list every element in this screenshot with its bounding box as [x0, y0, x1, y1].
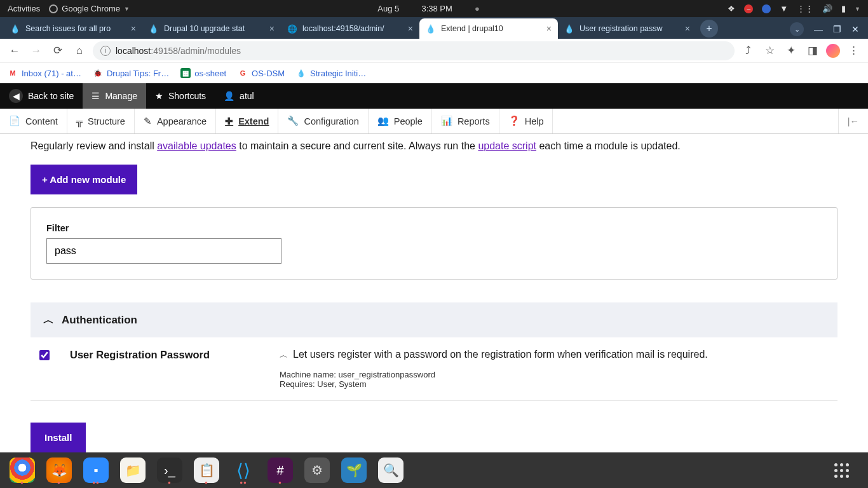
- admin-menu-structure[interactable]: ╦Structure: [67, 109, 135, 133]
- module-meta: Machine name: user_registrationpassword …: [280, 370, 829, 389]
- shortcuts-button[interactable]: ★ Shortcuts: [146, 83, 215, 109]
- dock-chrome[interactable]: ●: [5, 455, 39, 485]
- admin-menu-extend[interactable]: ✚Extend: [216, 109, 278, 133]
- drupal-icon: 💧: [426, 24, 436, 34]
- bookmark-item[interactable]: ▦os-sheet: [180, 68, 226, 78]
- system-tray[interactable]: ❖ – ▼ ⋮⋮ 🔊 ▮ ▼: [728, 4, 860, 13]
- bookmark-item[interactable]: 🐞Drupal Tips: Fr…: [93, 68, 169, 78]
- forward-button[interactable]: →: [28, 43, 44, 59]
- module-description[interactable]: ︿Let users register with a password on t…: [280, 349, 829, 361]
- filter-label: Filter: [46, 223, 822, 233]
- active-app-menu[interactable]: Google Chrome ▼: [49, 4, 130, 13]
- browser-tab[interactable]: 💧 Drupal 10 upgrade stat ×: [142, 18, 281, 39]
- home-button[interactable]: ⌂: [71, 43, 88, 59]
- back-arrow-icon: ◀: [9, 89, 23, 103]
- show-apps-button[interactable]: [829, 455, 863, 485]
- admin-menu-help[interactable]: ❓Help: [499, 109, 553, 133]
- close-icon[interactable]: ×: [131, 24, 136, 34]
- zoom-tray-icon[interactable]: [762, 4, 771, 13]
- install-button[interactable]: Install: [31, 423, 86, 452]
- close-icon[interactable]: ×: [269, 24, 275, 34]
- user-menu-button[interactable]: 👤 atul: [215, 83, 263, 109]
- available-updates-link[interactable]: available updates: [157, 140, 236, 151]
- dock-terminal[interactable]: ›_●: [153, 455, 187, 485]
- close-window-button[interactable]: ✕: [851, 24, 859, 34]
- puzzle-icon: ✚: [225, 116, 233, 126]
- admin-menu-configuration[interactable]: 🔧Configuration: [278, 109, 368, 133]
- module-name: User Registration Password: [70, 349, 280, 389]
- browser-tab[interactable]: 🌐 localhost:49158/admin/ ×: [281, 18, 419, 39]
- people-icon: 👥: [377, 116, 389, 126]
- tray-icon[interactable]: ❖: [728, 4, 735, 13]
- side-panel-icon[interactable]: ◨: [804, 43, 821, 59]
- status-message: Regularly review and install available u…: [31, 140, 837, 152]
- reload-button[interactable]: ⟳: [50, 43, 66, 59]
- bookmark-item[interactable]: GOS-DSM: [238, 68, 285, 78]
- gnome-top-bar: Activities Google Chrome ▼ Aug 5 3:38 PM…: [0, 0, 868, 17]
- dock-firefox[interactable]: 🦊●: [42, 455, 76, 485]
- dock-vscode[interactable]: ⟨⟩●●: [226, 455, 261, 485]
- bookmarks-bar: MInbox (71) - at… 🐞Drupal Tips: Fr… ▦os-…: [0, 63, 868, 83]
- close-icon[interactable]: ×: [685, 24, 690, 34]
- site-info-icon[interactable]: i: [100, 46, 111, 56]
- browser-tab-active[interactable]: 💧 Extend | drupal10 ×: [419, 18, 558, 39]
- dock-settings[interactable]: ⚙: [300, 455, 334, 485]
- clock[interactable]: Aug 5 3:38 PM ●: [377, 4, 480, 13]
- share-icon[interactable]: ⤴: [740, 43, 756, 59]
- new-tab-button[interactable]: +: [700, 20, 718, 37]
- wrench-icon: 🔧: [287, 116, 299, 126]
- bookmark-item[interactable]: MInbox (71) - at…: [8, 68, 81, 78]
- dock-files[interactable]: 📁: [116, 455, 150, 485]
- accordion-authentication[interactable]: ︿ Authentication: [31, 302, 837, 337]
- dock-notes[interactable]: 📋●: [189, 455, 224, 485]
- dock-search[interactable]: 🔍: [374, 455, 408, 485]
- bluetooth-icon[interactable]: ⋮⋮: [797, 4, 813, 13]
- minimize-button[interactable]: —: [814, 24, 823, 34]
- profile-avatar[interactable]: [826, 44, 840, 58]
- admin-menu-appearance[interactable]: ✎Appearance: [135, 109, 216, 133]
- chevron-up-icon: ︿: [43, 313, 54, 327]
- address-bar[interactable]: i localhost:49158/admin/modules: [93, 41, 735, 60]
- chrome-menu-icon[interactable]: ⋮: [845, 43, 862, 59]
- dock-slack[interactable]: #●: [263, 455, 297, 485]
- add-new-module-button[interactable]: + Add new module: [31, 165, 137, 194]
- user-icon: 👤: [224, 91, 234, 101]
- drupal-admin-menu: 📄Content ╦Structure ✎Appearance ✚Extend …: [0, 109, 868, 134]
- battery-icon[interactable]: ▮: [841, 4, 846, 13]
- restore-button[interactable]: ❐: [833, 24, 841, 34]
- admin-menu-people[interactable]: 👥People: [369, 109, 432, 133]
- bookmark-star-icon[interactable]: ☆: [761, 43, 778, 59]
- chevron-up-icon: ︿: [280, 349, 288, 361]
- admin-menu-content[interactable]: 📄Content: [0, 109, 67, 133]
- browser-tab[interactable]: 💧 User registration passw ×: [558, 18, 696, 39]
- dock-app[interactable]: 🌱: [337, 455, 371, 485]
- drupal-toolbar: ◀ Back to site ☰ Manage ★ Shortcuts 👤 at…: [0, 83, 868, 109]
- dock-zoom[interactable]: ▪●●: [79, 455, 113, 485]
- manage-button[interactable]: ☰ Manage: [83, 83, 146, 109]
- extensions-icon[interactable]: ✦: [783, 43, 799, 59]
- globe-icon: 🌐: [287, 24, 297, 34]
- chart-icon: 📊: [441, 116, 452, 126]
- star-icon: ★: [155, 91, 163, 101]
- close-icon[interactable]: ×: [408, 24, 413, 34]
- activities-button[interactable]: Activities: [8, 4, 40, 13]
- wifi-icon[interactable]: ▼: [780, 4, 788, 13]
- volume-icon[interactable]: 🔊: [822, 4, 832, 13]
- hamburger-icon: ☰: [92, 91, 100, 101]
- tab-search-button[interactable]: ⌄: [790, 22, 804, 36]
- toolbar-collapse-button[interactable]: |←: [838, 109, 868, 133]
- admin-menu-reports[interactable]: 📊Reports: [432, 109, 499, 133]
- close-icon[interactable]: ×: [546, 24, 552, 34]
- filter-panel: Filter: [31, 207, 837, 280]
- chrome-toolbar: ← → ⟳ ⌂ i localhost:49158/admin/modules …: [0, 39, 868, 63]
- page-content: Regularly review and install available u…: [0, 134, 868, 452]
- notification-icon[interactable]: –: [744, 4, 753, 13]
- help-icon: ❓: [508, 116, 520, 126]
- module-checkbox[interactable]: [39, 350, 50, 360]
- back-to-site-button[interactable]: ◀ Back to site: [0, 83, 83, 109]
- bookmark-item[interactable]: 💧Strategic Initi…: [296, 68, 366, 78]
- browser-tab[interactable]: 💧 Search issues for all pro ×: [4, 18, 142, 39]
- filter-input[interactable]: [46, 238, 281, 264]
- update-script-link[interactable]: update script: [478, 140, 536, 151]
- back-button[interactable]: ←: [6, 43, 23, 59]
